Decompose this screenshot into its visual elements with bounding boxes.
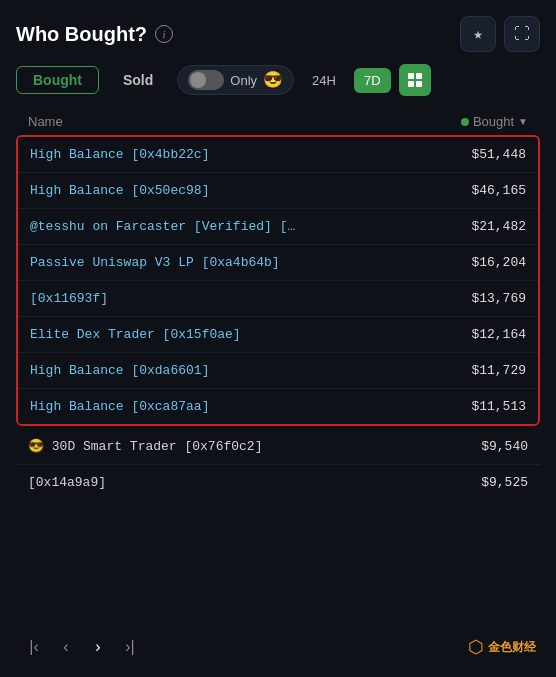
bought-tab[interactable]: Bought <box>16 66 99 94</box>
expand-button[interactable]: ⛶ <box>504 16 540 52</box>
col-bought-header: Bought ▼ <box>461 114 528 129</box>
table-row[interactable]: High Balance [0x4bb22c] $51,448 <box>18 137 538 173</box>
emoji-icon: 😎 <box>28 439 52 454</box>
header-row: Who Bought? i ★ ⛶ <box>16 16 540 52</box>
row-value: $51,448 <box>471 147 526 162</box>
col-name-header: Name <box>28 114 63 129</box>
first-page-btn[interactable]: |‹ <box>20 633 48 661</box>
logo-icon: ⬡ <box>468 636 484 658</box>
logo-text: 金色财经 <box>488 639 536 656</box>
star-button[interactable]: ★ <box>460 16 496 52</box>
row-name: High Balance [0xda6601] <box>30 363 209 378</box>
title-area: Who Bought? i <box>16 23 173 46</box>
row-value: $9,525 <box>481 475 528 490</box>
sort-icon[interactable]: ▼ <box>518 116 528 127</box>
table-row[interactable]: Elite Dex Trader [0x15f0ae] $12,164 <box>18 317 538 353</box>
row-value: $9,540 <box>481 439 528 454</box>
only-toggle[interactable] <box>188 70 224 90</box>
row-value: $46,165 <box>471 183 526 198</box>
row-value: $11,513 <box>471 399 526 414</box>
emoji-face: 😎 <box>263 70 283 90</box>
col-bought-label: Bought <box>473 114 514 129</box>
time-24h-btn[interactable]: 24H <box>302 68 346 93</box>
row-value: $13,769 <box>471 291 526 306</box>
header-buttons: ★ ⛶ <box>460 16 540 52</box>
page-buttons: |‹ ‹ › ›| <box>20 633 144 661</box>
table-row[interactable]: Passive Uniswap V3 LP [0xa4b64b] $16,204 <box>18 245 538 281</box>
main-container: Who Bought? i ★ ⛶ Bought Sold Only 😎 24H… <box>0 0 556 677</box>
row-name: 😎 30D Smart Trader [0x76f0c2] <box>28 438 262 454</box>
sold-tab[interactable]: Sold <box>107 67 169 93</box>
only-toggle-area: Only 😎 <box>177 65 294 95</box>
svg-rect-3 <box>416 81 422 87</box>
time-7d-btn[interactable]: 7D <box>354 68 391 93</box>
table-row[interactable]: @tesshu on Farcaster [Verified] [… $21,4… <box>18 209 538 245</box>
row-value: $21,482 <box>471 219 526 234</box>
expand-icon: ⛶ <box>514 25 530 44</box>
next-page-btn[interactable]: › <box>84 633 112 661</box>
row-value: $12,164 <box>471 327 526 342</box>
highlighted-section: High Balance [0x4bb22c] $51,448 High Bal… <box>16 135 540 426</box>
table-header: Name Bought ▼ <box>16 108 540 135</box>
row-name: High Balance [0x4bb22c] <box>30 147 209 162</box>
info-icon[interactable]: i <box>155 25 173 43</box>
table-row[interactable]: 😎 30D Smart Trader [0x76f0c2] $9,540 <box>16 428 540 465</box>
toggle-thumb <box>190 72 206 88</box>
logo-area: ⬡ 金色财经 <box>468 636 536 658</box>
bought-dot <box>461 118 469 126</box>
row-name: [0x11693f] <box>30 291 108 306</box>
row-name: [0x14a9a9] <box>28 475 106 490</box>
svg-rect-0 <box>408 73 414 79</box>
table-row[interactable]: [0x14a9a9] $9,525 <box>16 465 540 500</box>
row-name: Passive Uniswap V3 LP [0xa4b64b] <box>30 255 280 270</box>
table-row[interactable]: High Balance [0x50ec98] $46,165 <box>18 173 538 209</box>
row-name: @tesshu on Farcaster [Verified] [… <box>30 219 295 234</box>
table-wrapper: Name Bought ▼ High Balance [0x4bb22c] $5… <box>16 108 540 613</box>
star-icon: ★ <box>473 24 483 44</box>
page-title: Who Bought? <box>16 23 147 46</box>
row-value: $11,729 <box>471 363 526 378</box>
normal-section: 😎 30D Smart Trader [0x76f0c2] $9,540 [0x… <box>16 428 540 500</box>
table-row[interactable]: High Balance [0xda6601] $11,729 <box>18 353 538 389</box>
row-value: $16,204 <box>471 255 526 270</box>
row-name: Elite Dex Trader [0x15f0ae] <box>30 327 241 342</box>
prev-page-btn[interactable]: ‹ <box>52 633 80 661</box>
pagination-row: |‹ ‹ › ›| ⬡ 金色财经 <box>16 625 540 661</box>
row-name: High Balance [0x50ec98] <box>30 183 209 198</box>
grid-view-button[interactable] <box>399 64 431 96</box>
only-label: Only <box>230 73 257 88</box>
table-row[interactable]: [0x11693f] $13,769 <box>18 281 538 317</box>
row-name: High Balance [0xca87aa] <box>30 399 209 414</box>
table-row[interactable]: High Balance [0xca87aa] $11,513 <box>18 389 538 424</box>
svg-rect-2 <box>408 81 414 87</box>
svg-rect-1 <box>416 73 422 79</box>
filter-row: Bought Sold Only 😎 24H 7D <box>16 64 540 96</box>
last-page-btn[interactable]: ›| <box>116 633 144 661</box>
